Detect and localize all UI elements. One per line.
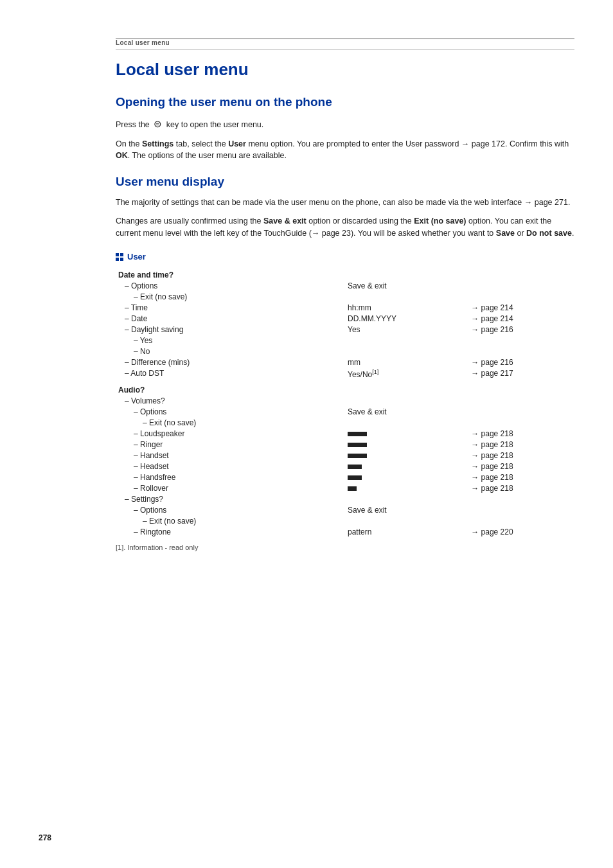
page-number: 278 <box>39 833 51 842</box>
menu-row: – Options Save & exit <box>116 504 574 515</box>
menu-item-value: Yes/No[1] <box>345 368 468 380</box>
user-menu-header: User <box>116 252 574 261</box>
menu-item-name: – Volumes? <box>116 395 345 406</box>
menu-item-ref <box>468 504 574 515</box>
menu-row: – Options Save & exit <box>116 281 574 292</box>
menu-row: – Daylight saving Yes → page 216 <box>116 324 574 335</box>
menu-row: – Ringer → page 218 <box>116 439 574 450</box>
display-para1: The majority of settings that can be mad… <box>116 197 574 209</box>
menu-item-ref <box>468 406 574 417</box>
menu-item-name: – Exit (no save) <box>116 292 345 303</box>
menu-item-name: – Ringer <box>116 439 345 450</box>
menu-item-name: – Yes <box>116 335 345 346</box>
menu-item-ref: → page 214 <box>468 303 574 314</box>
menu-item-name: – Exit (no save) <box>116 417 345 428</box>
menu-item-ref <box>468 346 574 357</box>
menu-item-name: – Exit (no save) <box>116 515 345 526</box>
menu-item-value <box>345 346 468 357</box>
menu-item-name: – Handset <box>116 450 345 461</box>
section-label: Local user menu <box>116 39 574 49</box>
menu-item-ref <box>468 493 574 504</box>
menu-item-ref: → page 214 <box>468 314 574 324</box>
menu-item-ref <box>468 515 574 526</box>
user-menu-label: User <box>127 252 146 261</box>
footnote: [1]. Information - read only <box>116 544 574 551</box>
display-section: User menu display The majority of settin… <box>116 175 574 239</box>
menu-row: – Handset → page 218 <box>116 450 574 461</box>
menu-row: – Ringtone pattern → page 220 <box>116 526 574 537</box>
menu-row: – Difference (mins) mm → page 216 <box>116 357 574 368</box>
menu-item-value <box>345 395 468 406</box>
menu-item-value <box>345 472 468 483</box>
menu-section-heading: Audio? <box>116 380 574 396</box>
menu-row: – Rollover → page 218 <box>116 483 574 493</box>
menu-item-value <box>345 335 468 346</box>
menu-item-value: Save & exit <box>345 281 468 292</box>
menu-row: – Exit (no save) <box>116 292 574 303</box>
menu-key-icon: ⊜ <box>154 118 162 129</box>
menu-item-name: – Auto DST <box>116 368 345 380</box>
menu-item-value <box>345 483 468 493</box>
menu-item-ref: → page 216 <box>468 324 574 335</box>
menu-item-name: – No <box>116 346 345 357</box>
menu-row: – Loudspeaker → page 218 <box>116 428 574 439</box>
menu-item-name: – Options <box>116 406 345 417</box>
grid-icon <box>116 253 123 261</box>
menu-row: – Headset → page 218 <box>116 461 574 472</box>
opening-section-title: Opening the user menu on the phone <box>116 95 574 109</box>
menu-item-name: – Difference (mins) <box>116 357 345 368</box>
menu-item-name: – Options <box>116 281 345 292</box>
menu-item-value: Save & exit <box>345 504 468 515</box>
menu-item-ref: → page 218 <box>468 461 574 472</box>
opening-para1: Press the ⊜ key to open the user menu. <box>116 117 574 132</box>
user-menu-section: User Date and time? – Options Save & exi… <box>116 252 574 551</box>
menu-item-ref: → page 217 <box>468 368 574 380</box>
display-section-title: User menu display <box>116 175 574 189</box>
menu-item-value <box>345 292 468 303</box>
menu-item-value: Save & exit <box>345 406 468 417</box>
menu-row: – Yes <box>116 335 574 346</box>
menu-item-ref: → page 216 <box>468 357 574 368</box>
menu-item-name: – Settings? <box>116 493 345 504</box>
menu-item-ref <box>468 395 574 406</box>
menu-item-value <box>345 417 468 428</box>
menu-item-value <box>345 515 468 526</box>
menu-item-ref <box>468 335 574 346</box>
menu-item-value <box>345 450 468 461</box>
menu-row: – Time hh:mm → page 214 <box>116 303 574 314</box>
menu-item-ref <box>468 292 574 303</box>
menu-item-value: mm <box>345 357 468 368</box>
menu-row: – Settings? <box>116 493 574 504</box>
display-para2: Changes are usually confirmed using the … <box>116 215 574 240</box>
menu-item-value: DD.MM.YYYY <box>345 314 468 324</box>
menu-item-name: – Options <box>116 504 345 515</box>
opening-section: Opening the user menu on the phone Press… <box>116 95 574 162</box>
menu-item-name: – Date <box>116 314 345 324</box>
page-title: Local user menu <box>116 60 574 80</box>
menu-row: – Auto DST Yes/No[1] → page 217 <box>116 368 574 380</box>
menu-item-ref: → page 218 <box>468 439 574 450</box>
menu-item-ref: → page 218 <box>468 483 574 493</box>
menu-item-ref: → page 220 <box>468 526 574 537</box>
menu-item-value: pattern <box>345 526 468 537</box>
menu-item-value: Yes <box>345 324 468 335</box>
menu-item-name: – Headset <box>116 461 345 472</box>
menu-item-value: hh:mm <box>345 303 468 314</box>
menu-item-ref: → page 218 <box>468 472 574 483</box>
menu-section-heading: Date and time? <box>116 265 574 281</box>
menu-item-name: – Ringtone <box>116 526 345 537</box>
menu-item-ref: → page 218 <box>468 450 574 461</box>
menu-item-ref: → page 218 <box>468 428 574 439</box>
menu-item-name: – Daylight saving <box>116 324 345 335</box>
menu-row: – No <box>116 346 574 357</box>
menu-item-value <box>345 439 468 450</box>
menu-row: – Date DD.MM.YYYY → page 214 <box>116 314 574 324</box>
menu-item-ref <box>468 281 574 292</box>
menu-row: – Exit (no save) <box>116 417 574 428</box>
menu-item-value <box>345 428 468 439</box>
menu-item-value <box>345 493 468 504</box>
menu-row: – Exit (no save) <box>116 515 574 526</box>
menu-item-name: – Rollover <box>116 483 345 493</box>
menu-item-ref <box>468 417 574 428</box>
menu-item-name: – Handsfree <box>116 472 345 483</box>
